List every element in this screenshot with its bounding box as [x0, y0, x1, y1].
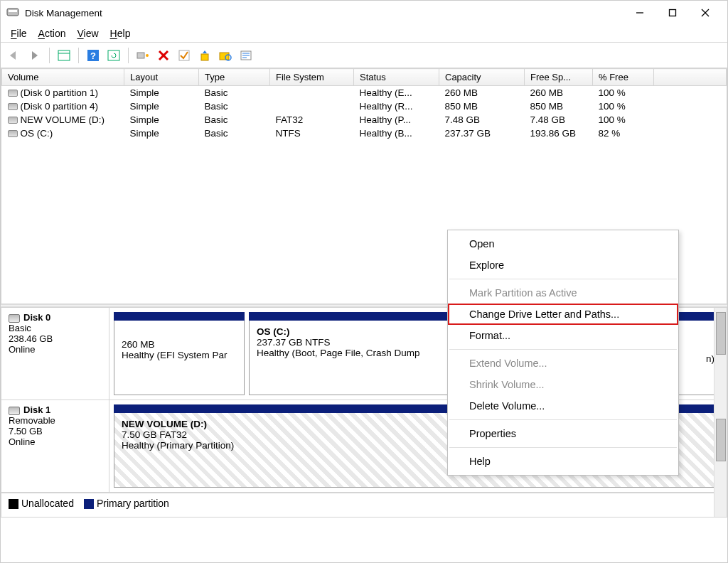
ctx-properties[interactable]: Properties [448, 423, 678, 444]
table-row[interactable]: (Disk 0 partition 4) Simple Basic Health… [2, 100, 727, 113]
partition-header [249, 312, 448, 321]
col-file-system[interactable]: File System [270, 69, 354, 86]
delete-button[interactable] [154, 46, 173, 65]
col-capacity[interactable]: Capacity [439, 69, 525, 86]
svg-rect-11 [137, 53, 144, 58]
menu-view[interactable]: View [77, 28, 99, 39]
col-status[interactable]: Status [354, 69, 439, 86]
ctx-separator [449, 447, 677, 448]
disk-icon [9, 407, 20, 415]
settings-button[interactable] [134, 46, 152, 65]
explore-button[interactable] [216, 46, 235, 65]
show-hide-tree-button[interactable] [55, 46, 73, 65]
title-bar: Disk Management [1, 1, 727, 25]
ctx-separator [449, 279, 677, 279]
ctx-separator [449, 419, 677, 420]
drive-icon [8, 90, 18, 97]
svg-text:?: ? [90, 50, 96, 61]
col-free-space[interactable]: Free Sp... [525, 69, 593, 86]
legend-swatch-primary [84, 499, 94, 509]
toolbar: ? [1, 43, 727, 68]
ctx-format[interactable]: Format... [448, 325, 678, 346]
volume-table: Volume Layout Type File System Status Ca… [1, 68, 727, 140]
action-button[interactable] [196, 46, 214, 65]
svg-rect-1 [9, 10, 17, 12]
partition-block[interactable]: OS (C:) 237.37 GB NTFS Healthy (Boot, Pa… [249, 321, 448, 395]
table-row[interactable]: OS (C:) Simple Basic NTFS Healthy (B... … [2, 127, 727, 140]
menu-file[interactable]: File [11, 28, 27, 39]
ctx-delete-volume[interactable]: Delete Volume... [448, 395, 678, 417]
svg-rect-10 [108, 50, 119, 60]
context-menu: Open Explore Mark Partition as Active Ch… [447, 230, 679, 476]
back-button[interactable] [5, 46, 23, 65]
minimize-button[interactable] [623, 2, 656, 23]
col-volume[interactable]: Volume [2, 69, 124, 86]
svg-rect-16 [201, 54, 208, 60]
ctx-mark-active: Mark Partition as Active [448, 282, 678, 304]
ctx-extend-volume: Extend Volume... [448, 353, 678, 374]
col-pct-free[interactable]: % Free [593, 69, 654, 86]
table-row[interactable]: (Disk 0 partition 1) Simple Basic Health… [2, 86, 727, 100]
svg-rect-6 [58, 50, 70, 60]
drive-icon [8, 117, 18, 124]
ctx-open[interactable]: Open [448, 233, 678, 254]
disk-info-block[interactable]: Disk 0 Basic 238.46 GB Online [1, 308, 109, 400]
ctx-separator [449, 349, 677, 350]
col-blank[interactable] [654, 69, 727, 86]
ctx-explore[interactable]: Explore [448, 254, 678, 276]
help-button[interactable]: ? [84, 46, 102, 65]
ctx-change-drive-letter[interactable]: Change Drive Letter and Paths... [448, 304, 678, 325]
legend-swatch-unallocated [9, 499, 18, 509]
ctx-help[interactable]: Help [448, 451, 678, 472]
svg-rect-17 [220, 53, 229, 60]
partition-header [114, 312, 245, 321]
drive-icon [8, 103, 18, 110]
svg-rect-3 [670, 10, 676, 16]
forward-button[interactable] [26, 46, 44, 65]
ctx-shrink-volume: Shrink Volume... [448, 374, 678, 395]
check-button[interactable] [175, 46, 193, 65]
refresh-button[interactable] [105, 46, 123, 65]
menu-bar: File Action View Help [1, 25, 727, 43]
svg-point-12 [146, 54, 149, 57]
disk-info-block[interactable]: Disk 1 Removable 7.50 GB Online [1, 400, 109, 492]
properties-button[interactable] [237, 46, 255, 65]
partition-block[interactable]: 260 MB Healthy (EFI System Par [114, 321, 245, 395]
vertical-scrollbar[interactable] [714, 308, 727, 517]
column-headers[interactable]: Volume Layout Type File System Status Ca… [2, 69, 727, 86]
legend: Unallocated Primary partition [1, 493, 727, 513]
menu-action[interactable]: Action [38, 28, 66, 39]
drive-icon [8, 130, 18, 137]
col-layout[interactable]: Layout [124, 69, 199, 86]
table-row[interactable]: NEW VOLUME (D:) Simple Basic FAT32 Healt… [2, 113, 727, 127]
window-title: Disk Management [25, 8, 102, 18]
maximize-button[interactable] [656, 2, 689, 23]
col-type[interactable]: Type [199, 69, 270, 86]
close-button[interactable] [689, 2, 722, 23]
disk-icon [9, 314, 20, 323]
app-icon [6, 6, 19, 19]
menu-help[interactable]: Help [110, 28, 131, 39]
